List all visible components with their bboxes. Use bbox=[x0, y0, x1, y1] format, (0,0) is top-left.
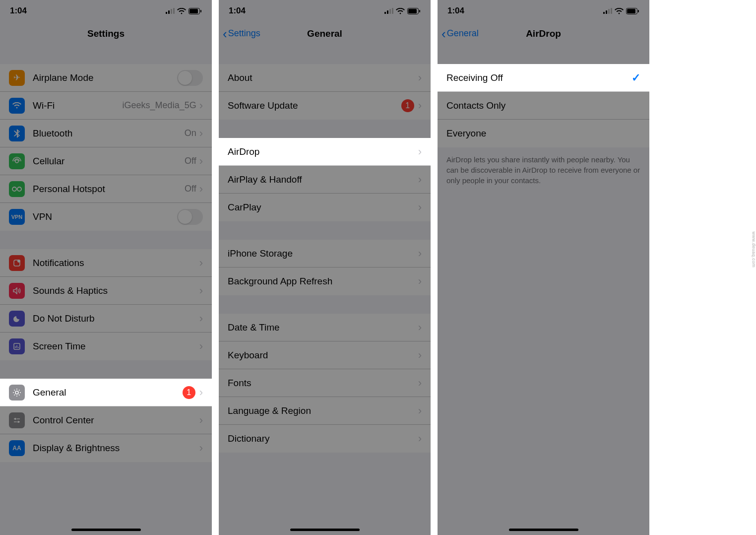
back-label: Settings bbox=[228, 28, 260, 39]
cellular-value: Off bbox=[185, 156, 196, 166]
row-language-region[interactable]: Language & Region › bbox=[219, 397, 431, 425]
chevron-right-icon: › bbox=[418, 145, 422, 158]
row-screen-time[interactable]: Screen Time › bbox=[0, 333, 212, 360]
row-software-update[interactable]: Software Update 1 › bbox=[219, 92, 431, 120]
row-airplane-mode[interactable]: ✈ Airplane Mode bbox=[0, 64, 212, 92]
back-button[interactable]: ‹ Settings bbox=[223, 27, 260, 40]
hotspot-value: Off bbox=[185, 184, 196, 194]
svg-rect-16 bbox=[638, 10, 639, 12]
page-title: Settings bbox=[87, 28, 125, 39]
row-label: Software Update bbox=[228, 100, 401, 111]
row-control-center[interactable]: Control Center › bbox=[0, 406, 212, 434]
row-label: Airplane Mode bbox=[33, 72, 177, 83]
nav-bar: ‹ General AirDrop bbox=[438, 22, 649, 46]
airplane-toggle[interactable] bbox=[177, 70, 203, 86]
signal-icon bbox=[166, 8, 175, 14]
checkmark-icon: ✓ bbox=[631, 71, 640, 84]
vpn-icon: VPN bbox=[9, 209, 25, 225]
status-time: 1:04 bbox=[229, 6, 246, 16]
row-label: Personal Hotspot bbox=[33, 184, 185, 195]
row-label: Screen Time bbox=[33, 341, 199, 352]
gear-icon bbox=[9, 385, 25, 401]
row-general[interactable]: General 1 › bbox=[0, 379, 212, 406]
row-dnd[interactable]: Do Not Disturb › bbox=[0, 305, 212, 333]
row-label: AirPlay & Handoff bbox=[228, 174, 418, 185]
row-label: Contacts Only bbox=[446, 100, 640, 111]
general-group-airdrop: AirDrop › AirPlay & Handoff › CarPlay › bbox=[219, 138, 431, 221]
svg-rect-2 bbox=[200, 10, 201, 12]
screen-settings: 1:04 Settings ✈ Airplane Mode Wi-Fi iGee… bbox=[0, 0, 212, 535]
chevron-right-icon: › bbox=[418, 99, 422, 112]
chevron-left-icon: ‹ bbox=[441, 27, 446, 40]
page-title: AirDrop bbox=[526, 28, 561, 39]
general-group-system: Date & Time › Keyboard › Fonts › Languag… bbox=[219, 314, 431, 453]
row-label: Cellular bbox=[33, 156, 185, 167]
screen-airdrop: 1:04 ‹ General AirDrop Receiving Off ✓ C… bbox=[438, 0, 649, 535]
row-about[interactable]: About › bbox=[219, 64, 431, 92]
notifications-icon bbox=[9, 255, 25, 271]
row-airdrop[interactable]: AirDrop › bbox=[219, 138, 431, 166]
wifi-value: iGeeks_Media_5G bbox=[123, 100, 196, 111]
chevron-right-icon: › bbox=[199, 340, 203, 353]
home-indicator[interactable] bbox=[71, 529, 141, 531]
row-background-refresh[interactable]: Background App Refresh › bbox=[219, 268, 431, 295]
svg-rect-13 bbox=[419, 10, 420, 12]
row-vpn[interactable]: VPN VPN bbox=[0, 203, 212, 231]
chevron-right-icon: › bbox=[199, 183, 203, 196]
chevron-right-icon: › bbox=[418, 247, 422, 260]
status-icons bbox=[384, 8, 421, 14]
row-date-time[interactable]: Date & Time › bbox=[219, 314, 431, 341]
row-notifications[interactable]: Notifications › bbox=[0, 249, 212, 277]
chevron-right-icon: › bbox=[199, 155, 203, 168]
status-icons bbox=[603, 8, 639, 14]
row-airplay-handoff[interactable]: AirPlay & Handoff › bbox=[219, 166, 431, 194]
chevron-right-icon: › bbox=[199, 312, 203, 325]
row-sounds[interactable]: Sounds & Haptics › bbox=[0, 277, 212, 305]
row-label: Keyboard bbox=[228, 350, 418, 361]
chevron-right-icon: › bbox=[199, 284, 203, 297]
wifi-icon bbox=[396, 8, 405, 14]
option-contacts-only[interactable]: Contacts Only bbox=[438, 92, 649, 120]
row-carplay[interactable]: CarPlay › bbox=[219, 194, 431, 221]
vpn-toggle[interactable] bbox=[177, 209, 203, 225]
row-label: VPN bbox=[33, 211, 177, 222]
row-cellular[interactable]: Cellular Off › bbox=[0, 147, 212, 175]
row-dictionary[interactable]: Dictionary › bbox=[219, 425, 431, 453]
signal-icon bbox=[603, 8, 612, 14]
chevron-right-icon: › bbox=[418, 275, 422, 288]
option-everyone[interactable]: Everyone bbox=[438, 120, 649, 147]
chevron-right-icon: › bbox=[199, 442, 203, 455]
row-fonts[interactable]: Fonts › bbox=[219, 369, 431, 397]
nav-bar: Settings bbox=[0, 22, 212, 46]
general-group-about: About › Software Update 1 › bbox=[219, 64, 431, 120]
chevron-right-icon: › bbox=[199, 414, 203, 427]
row-bluetooth[interactable]: Bluetooth On › bbox=[0, 120, 212, 147]
back-button[interactable]: ‹ General bbox=[441, 27, 479, 40]
row-iphone-storage[interactable]: iPhone Storage › bbox=[219, 240, 431, 268]
home-indicator[interactable] bbox=[290, 529, 360, 531]
svg-point-8 bbox=[15, 391, 18, 394]
dnd-icon bbox=[9, 311, 25, 327]
row-display-brightness[interactable]: AA Display & Brightness › bbox=[0, 434, 212, 462]
wifi-icon bbox=[177, 8, 186, 14]
control-center-icon bbox=[9, 412, 25, 428]
watermark: www.deuaq.com bbox=[752, 231, 756, 268]
row-label: Fonts bbox=[228, 378, 418, 389]
row-label: Sounds & Haptics bbox=[33, 285, 199, 296]
row-label: Wi-Fi bbox=[33, 100, 123, 111]
signal-icon bbox=[384, 8, 393, 14]
hotspot-icon bbox=[9, 181, 25, 197]
option-receiving-off[interactable]: Receiving Off ✓ bbox=[438, 64, 649, 92]
settings-group-notifications: Notifications › Sounds & Haptics › Do No… bbox=[0, 249, 212, 360]
chevron-right-icon: › bbox=[418, 321, 422, 334]
bluetooth-icon bbox=[9, 126, 25, 141]
display-icon: AA bbox=[9, 440, 25, 456]
row-label: AirDrop bbox=[228, 146, 418, 157]
general-badge: 1 bbox=[183, 386, 195, 399]
row-hotspot[interactable]: Personal Hotspot Off › bbox=[0, 175, 212, 203]
row-wifi[interactable]: Wi-Fi iGeeks_Media_5G › bbox=[0, 92, 212, 120]
row-keyboard[interactable]: Keyboard › bbox=[219, 341, 431, 369]
svg-point-6 bbox=[17, 260, 20, 263]
battery-icon bbox=[189, 8, 202, 14]
home-indicator[interactable] bbox=[509, 529, 578, 531]
